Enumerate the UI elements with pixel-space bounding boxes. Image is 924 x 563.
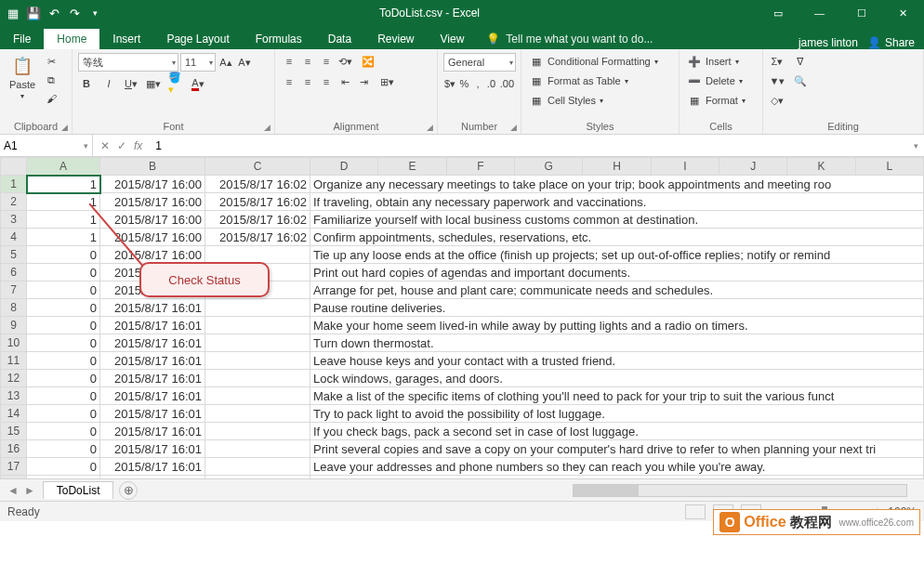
paste-button[interactable]: 📋 Paste ▾ [6,53,39,107]
table-row[interactable]: 5 0 2015/8/17 16:00 Tie up any loose end… [1,246,924,264]
table-row[interactable]: 3 1 2015/8/17 16:00 2015/8/17 16:02 Fami… [1,211,924,229]
cell[interactable]: 0 [27,423,100,440]
cell[interactable]: 2015/8/17 16:01 [100,334,205,352]
sheet-tab-todolist[interactable]: ToDoList [43,481,114,499]
cell[interactable]: Make a list of the specific items of clo… [310,387,924,405]
cell[interactable]: 2015/8/17 16:01 [100,458,205,476]
decrease-indent-button[interactable]: ⇤ [337,73,353,90]
border-button[interactable]: ▦▾ [145,75,162,92]
enter-formula-icon[interactable]: ✓ [117,139,126,152]
cell[interactable]: 1 [27,193,100,211]
tab-formulas[interactable]: Formulas [243,29,315,49]
cell[interactable]: Confirm appointments, schedules, reserva… [310,229,924,246]
cell[interactable]: 0 [27,440,100,458]
underline-button[interactable]: U▾ [123,75,139,92]
cell[interactable] [205,299,310,317]
tab-review[interactable]: Review [364,29,427,49]
row-header-7[interactable]: 7 [1,282,27,299]
cell[interactable]: 2015/8/17 16:01 [100,352,205,370]
align-right-button[interactable]: ≡ [318,73,335,90]
row-header-3[interactable]: 3 [1,211,27,229]
orientation-button[interactable]: ⟲▾ [337,53,353,70]
name-box[interactable]: A1 [0,135,93,156]
row-header-4[interactable]: 4 [1,229,27,246]
cell[interactable]: 0 [27,334,100,352]
row-header-10[interactable]: 10 [1,334,27,352]
undo-icon[interactable]: ↶ [46,6,61,20]
cell[interactable] [205,370,310,387]
bold-button[interactable]: B [78,75,95,92]
expand-formula-bar[interactable]: ▾ [908,141,924,151]
font-color-button[interactable]: A▾ [190,75,206,92]
row-header-1[interactable]: 1 [1,176,27,193]
cell[interactable] [205,334,310,352]
cell[interactable] [205,440,310,458]
cell[interactable]: 0 [27,352,100,370]
cell[interactable]: 1 [27,229,100,246]
column-header-B[interactable]: B [100,158,205,176]
table-row[interactable]: 12 0 2015/8/17 16:01 Lock windows, garag… [1,370,924,387]
tab-file[interactable]: File [0,29,44,49]
cell[interactable]: Lock windows, garages, and doors. [310,370,924,387]
cell[interactable]: 2015/8/17 16:02 [205,176,310,193]
alignment-launcher[interactable]: ◢ [427,123,433,132]
cell[interactable]: Print several copies and save a copy on … [310,440,924,458]
find-select-button[interactable]: 🔍 [787,72,813,89]
cell[interactable]: 0 [27,264,100,282]
format-as-table-button[interactable]: ▦Format as Table▾ [527,72,673,89]
tab-page-layout[interactable]: Page Layout [153,29,242,49]
column-header-H[interactable]: H [583,158,651,176]
increase-font-button[interactable]: A▴ [218,54,234,71]
ribbon-options-icon[interactable]: ▭ [757,0,799,26]
row-header-9[interactable]: 9 [1,317,27,334]
increase-indent-button[interactable]: ⇥ [355,73,372,90]
tab-data[interactable]: Data [315,29,364,49]
cell[interactable]: 0 [27,387,100,405]
select-all-corner[interactable] [1,158,27,176]
column-header-F[interactable]: F [446,158,514,176]
cell[interactable]: Phone numbers (all contact numbers for y… [310,476,924,479]
share-button[interactable]: 👤Share [867,36,915,49]
horizontal-scrollbar[interactable] [573,484,907,497]
row-header-14[interactable]: 14 [1,405,27,423]
number-format-combo[interactable]: General [443,53,516,72]
cell[interactable]: 2015/8/17 16:00 [100,246,205,264]
cell[interactable] [205,387,310,405]
column-header-I[interactable]: I [651,158,719,176]
row-header-13[interactable]: 13 [1,387,27,405]
column-header-J[interactable]: J [719,158,786,176]
cell[interactable] [205,405,310,423]
cell[interactable]: 1 [27,176,100,193]
table-row[interactable]: 2 1 2015/8/17 16:00 2015/8/17 16:02 If t… [1,193,924,211]
table-row[interactable]: 10 0 2015/8/17 16:01 Turn down thermosta… [1,334,924,352]
row-header-6[interactable]: 6 [1,264,27,282]
column-header-D[interactable]: D [310,158,378,176]
decrease-decimal-button[interactable]: .00 [499,75,515,92]
column-header-E[interactable]: E [378,158,446,176]
percent-button[interactable]: % [458,75,470,92]
cell[interactable]: 2015/8/17 16:00 [100,176,205,193]
align-bottom-button[interactable]: ≡ [318,53,335,70]
cell[interactable]: Make your home seem lived-in while away … [310,317,924,334]
tab-insert[interactable]: Insert [99,29,153,49]
cell[interactable]: 2015/8/17 16:00 [100,193,205,211]
merge-button[interactable]: ⊞▾ [374,73,400,90]
column-header-L[interactable]: L [855,158,923,176]
sort-filter-button[interactable]: ᐁ [787,53,813,70]
cell[interactable]: 2015/8/17 16:02 [205,211,310,229]
tab-home[interactable]: Home [44,29,99,49]
column-header-K[interactable]: K [787,158,855,176]
copy-button[interactable]: ⧉ [43,72,59,88]
font-launcher[interactable]: ◢ [264,123,271,132]
row-header-11[interactable]: 11 [1,352,27,370]
cell[interactable]: 2015/8/17 16:00 [100,211,205,229]
cell[interactable]: 2015/8/17 16:01 [100,476,205,479]
column-header-A[interactable]: A [27,158,100,176]
normal-view-button[interactable] [685,504,706,519]
new-sheet-button[interactable]: ⊕ [119,481,138,500]
row-header-5[interactable]: 5 [1,246,27,264]
delete-cells-button[interactable]: ➖Delete▾ [685,72,757,89]
increase-decimal-button[interactable]: .0 [485,75,497,92]
cell[interactable]: 0 [27,299,100,317]
user-name[interactable]: james linton [799,36,858,49]
